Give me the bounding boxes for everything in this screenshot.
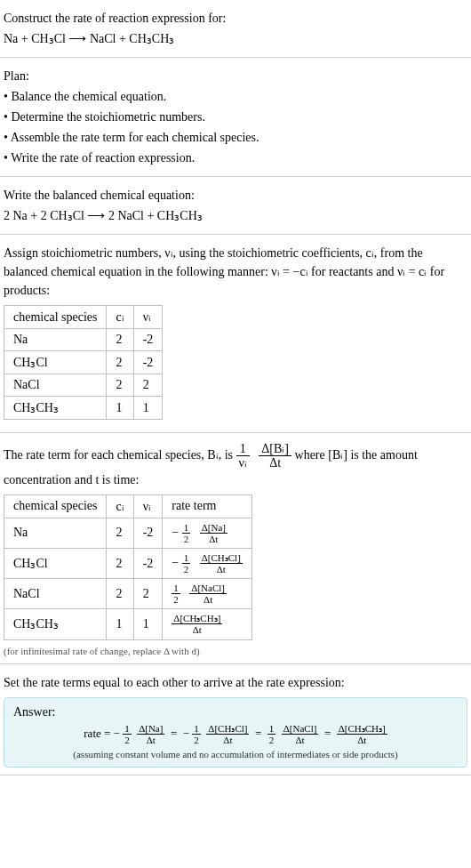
frac-num: 1 <box>172 583 180 594</box>
table-row: CH₃CH₃ 1 1 Δ[CH₃CH₃]Δt <box>4 609 252 639</box>
header-species: chemical species <box>4 306 107 329</box>
cell-c: 2 <box>107 351 133 374</box>
cell-rateterm: − 12 Δ[Na]Δt <box>163 518 251 548</box>
frac-num: 1 <box>123 723 132 735</box>
balanced-equation: 2 Na + 2 CH₃Cl ⟶ 2 NaCl + CH₃CH₃ <box>4 206 467 225</box>
cell-species: Na <box>4 518 107 548</box>
answer-expression: rate = − 12 Δ[Na]Δt = − 12 Δ[CH₃Cl]Δt = … <box>13 723 458 745</box>
delta-frac: Δ[Na]Δt <box>200 522 228 544</box>
stoich-section: Assign stoichiometric numbers, νᵢ, using… <box>0 235 471 433</box>
cell-nu: 2 <box>133 374 163 397</box>
cell-c: 2 <box>107 374 133 397</box>
delta-frac: Δ[CH₃CH₃]Δt <box>337 723 387 745</box>
cell-rateterm: − 12 Δ[CH₃Cl]Δt <box>163 548 251 578</box>
delta-frac: Δ[NaCl]Δt <box>189 583 227 605</box>
ratedef-frac1: 1 νᵢ <box>236 442 250 470</box>
cell-c: 1 <box>107 397 133 420</box>
frac-num: Δ[CH₃Cl] <box>206 723 249 735</box>
plan-item: • Assemble the rate term for each chemic… <box>4 128 467 147</box>
plan-item: • Write the rate of reaction expression. <box>4 149 467 167</box>
ratedef-frac2: Δ[Bᵢ] Δt <box>259 442 291 470</box>
frac-num: 1 <box>182 552 191 564</box>
table-row: Na 2 -2 − 12 Δ[Na]Δt <box>4 518 252 548</box>
plan-section: Plan: • Balance the chemical equation. •… <box>0 58 471 177</box>
plan-heading: Plan: <box>4 67 467 85</box>
cell-species: NaCl <box>4 579 107 609</box>
table-row: NaCl 2 2 <box>4 374 163 397</box>
header-nu: νᵢ <box>133 494 163 518</box>
frac-num: Δ[Bᵢ] <box>259 442 291 456</box>
sign: − <box>183 726 189 739</box>
coef-frac: 12 <box>123 723 132 745</box>
cell-nu: 1 <box>133 397 163 420</box>
plan-item: • Determine the stoichiometric numbers. <box>4 108 467 126</box>
cell-nu: 1 <box>133 609 163 639</box>
cell-species: CH₃CH₃ <box>4 609 107 639</box>
frac-den: Δt <box>189 594 227 605</box>
answer-hint: (assuming constant volume and no accumul… <box>13 749 458 760</box>
cell-nu: -2 <box>133 548 163 578</box>
plan-item: • Balance the chemical equation. <box>4 87 467 106</box>
frac-num: 1 <box>192 723 201 735</box>
rate-prefix: rate = <box>84 726 113 739</box>
cell-c: 2 <box>107 329 133 351</box>
ratedef-section: The rate term for each chemical species,… <box>0 433 471 664</box>
cell-rateterm: 12 Δ[NaCl]Δt <box>163 579 251 609</box>
cell-nu: -2 <box>133 329 163 351</box>
sign: − <box>172 526 179 539</box>
header-nu: νᵢ <box>133 306 163 329</box>
cell-rateterm: Δ[CH₃CH₃]Δt <box>163 609 251 639</box>
cell-nu: 2 <box>133 579 163 609</box>
coef-frac: 12 <box>192 723 201 745</box>
delta-frac: Δ[CH₃Cl]Δt <box>200 552 243 575</box>
sign: − <box>172 556 179 569</box>
frac-den: Δt <box>206 735 249 745</box>
table-row: CH₃Cl 2 -2 <box>4 351 163 374</box>
frac-num: 1 <box>236 442 250 456</box>
frac-den: 2 <box>192 735 201 745</box>
balanced-section: Write the balanced chemical equation: 2 … <box>0 177 471 235</box>
frac-den: Δt <box>200 534 228 544</box>
frac-den: 2 <box>182 534 191 544</box>
stoich-table: chemical species cᵢ νᵢ Na 2 -2 CH₃Cl 2 -… <box>4 305 163 420</box>
header-species: chemical species <box>4 494 107 518</box>
frac-num: Δ[CH₃CH₃] <box>337 723 387 735</box>
coef-frac: 12 <box>182 552 191 575</box>
cell-c: 2 <box>107 548 133 578</box>
cell-species: Na <box>4 329 107 351</box>
frac-den: Δt <box>200 564 243 575</box>
ratedef-hint: (for infinitesimal rate of change, repla… <box>4 646 467 656</box>
header-rateterm: rate term <box>163 494 251 518</box>
frac-num: 1 <box>267 723 276 735</box>
intro-section: Construct the rate of reaction expressio… <box>0 0 471 58</box>
frac-den: Δt <box>172 624 222 635</box>
cell-species: CH₃Cl <box>4 548 107 578</box>
frac-num: Δ[NaCl] <box>189 583 227 594</box>
balanced-heading: Write the balanced chemical equation: <box>4 186 467 205</box>
table-row: CH₃CH₃ 1 1 <box>4 397 163 420</box>
frac-den: 2 <box>182 564 191 575</box>
frac-num: Δ[CH₃CH₃] <box>172 613 222 624</box>
frac-num: 1 <box>182 522 191 534</box>
table-row: CH₃Cl 2 -2 − 12 Δ[CH₃Cl]Δt <box>4 548 252 578</box>
intro-title: Construct the rate of reaction expressio… <box>4 9 467 28</box>
frac-den: Δt <box>282 735 319 745</box>
intro-equation: Na + CH₃Cl ⟶ NaCl + CH₃CH₃ <box>4 29 467 48</box>
delta-frac: Δ[CH₃CH₃]Δt <box>172 613 222 635</box>
cell-c: 2 <box>107 579 133 609</box>
delta-frac: Δ[Na]Δt <box>137 723 164 745</box>
coef-frac: 12 <box>172 583 180 605</box>
frac-den: Δt <box>137 735 164 745</box>
stoich-text: Assign stoichiometric numbers, νᵢ, using… <box>4 244 467 300</box>
final-heading: Set the rate terms equal to each other t… <box>4 673 467 692</box>
table-row: Na 2 -2 <box>4 329 163 351</box>
ratedef-table: chemical species cᵢ νᵢ rate term Na 2 -2… <box>4 494 252 640</box>
frac-num: Δ[Na] <box>200 522 228 534</box>
answer-label: Answer: <box>13 705 458 719</box>
answer-box: Answer: rate = − 12 Δ[Na]Δt = − 12 Δ[CH₃… <box>4 697 467 768</box>
cell-c: 1 <box>107 609 133 639</box>
cell-c: 2 <box>107 518 133 548</box>
frac-den: Δt <box>259 456 291 470</box>
frac-num: Δ[NaCl] <box>282 723 319 735</box>
table-header-row: chemical species cᵢ νᵢ rate term <box>4 494 252 518</box>
